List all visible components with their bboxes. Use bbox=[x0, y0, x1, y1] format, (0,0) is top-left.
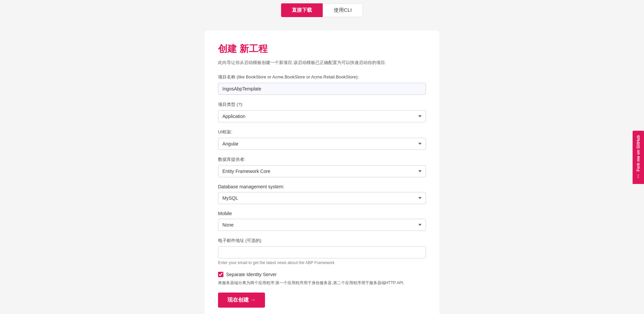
db-provider-group: 数据库提供者: Entity Framework Core MongoDB bbox=[218, 156, 426, 177]
project-type-select[interactable]: Application Module Console Application A… bbox=[218, 110, 426, 122]
project-name-input[interactable] bbox=[218, 83, 426, 95]
fork-ribbon[interactable]:  Fork me on GitHub bbox=[633, 130, 644, 184]
fork-text: Fork me on GitHub bbox=[636, 135, 641, 171]
ui-framework-label: UI框架: bbox=[218, 129, 426, 135]
tab-bar: 直接下载 使用CLI bbox=[0, 0, 644, 20]
ui-framework-group: UI框架: Angular MVC / Razor Pages Blazor B… bbox=[218, 129, 426, 150]
db-provider-select[interactable]: Entity Framework Core MongoDB bbox=[218, 165, 426, 177]
subtitle: 此向导让你从启动模板创建一个新项目,该启动模板已正确配置为可以快速启动你的项目. bbox=[218, 59, 426, 66]
identity-server-label[interactable]: Separate Identity Server bbox=[226, 272, 277, 277]
identity-server-group: Separate Identity Server 将服务器端分离为两个应用程序:… bbox=[218, 272, 426, 286]
mobile-select[interactable]: None React Native bbox=[218, 219, 426, 231]
project-type-label: 项目类型 (?): bbox=[218, 102, 426, 108]
mobile-group: Mobile None React Native bbox=[218, 211, 426, 231]
mobile-label: Mobile bbox=[218, 211, 426, 216]
create-button[interactable]: 现在创建 → bbox=[218, 293, 265, 308]
email-group: 电子邮件地址 (可选的) Enter your email to get the… bbox=[218, 238, 426, 265]
db-provider-label: 数据库提供者: bbox=[218, 156, 426, 163]
db-management-label: Database management system: bbox=[218, 184, 426, 189]
email-label: 电子邮件地址 (可选的) bbox=[218, 238, 426, 244]
tab-use-cli[interactable]: 使用CLI bbox=[323, 3, 363, 17]
content-area: 直接下载 使用CLI 创建 新工程 此向导让你从启动模板创建一个新项目,该启动模… bbox=[0, 0, 644, 314]
page-title: 创建 新工程 bbox=[218, 43, 426, 55]
db-management-select[interactable]: MySQL SQL Server SQLite PostgreSQL Oracl… bbox=[218, 192, 426, 204]
project-name-label: 项目名称 (like BookStore or Acme.BookStore o… bbox=[218, 74, 426, 80]
identity-server-desc: 将服务器端分离为两个应用程序:第一个应用程序用于身份服务器,第二个应用程序用于服… bbox=[218, 280, 426, 286]
project-type-group: 项目类型 (?): Application Module Console App… bbox=[218, 102, 426, 122]
email-input[interactable] bbox=[218, 246, 426, 258]
form-container: 创建 新工程 此向导让你从启动模板创建一个新项目,该启动模板已正确配置为可以快速… bbox=[205, 30, 439, 314]
identity-server-checkbox-row: Separate Identity Server bbox=[218, 272, 426, 277]
tab-direct-download[interactable]: 直接下载 bbox=[281, 3, 323, 17]
db-management-group: Database management system: MySQL SQL Se… bbox=[218, 184, 426, 204]
page-wrapper: 直接下载 使用CLI 创建 新工程 此向导让你从启动模板创建一个新项目,该启动模… bbox=[0, 0, 644, 314]
email-hint: Enter your email to get the latest news … bbox=[218, 260, 426, 265]
ui-framework-select[interactable]: Angular MVC / Razor Pages Blazor Blazor … bbox=[218, 138, 426, 150]
identity-server-checkbox[interactable] bbox=[218, 272, 223, 277]
github-icon:  bbox=[635, 173, 641, 179]
project-name-group: 项目名称 (like BookStore or Acme.BookStore o… bbox=[218, 74, 426, 95]
